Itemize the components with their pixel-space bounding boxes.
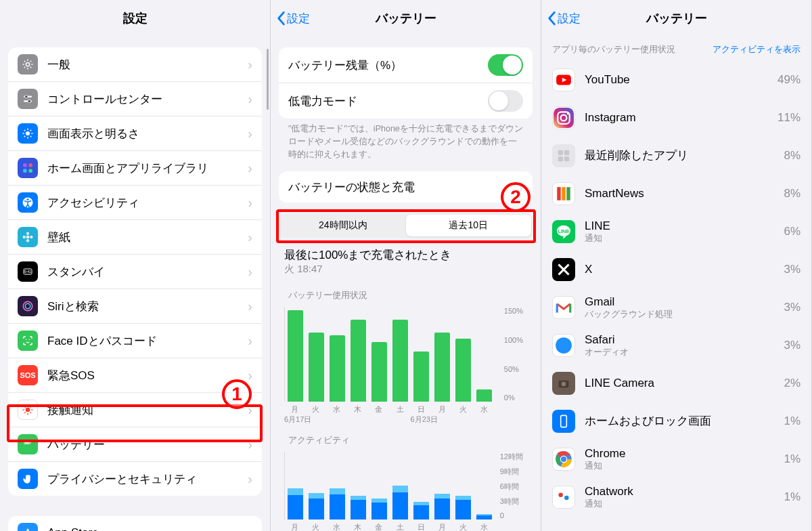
row-label: ホーム画面とアプリライブラリ [47, 161, 244, 176]
chart-bar [330, 488, 345, 519]
row-label: スタンバイ [47, 264, 244, 280]
svg-rect-25 [25, 442, 30, 444]
app-icon [552, 68, 575, 91]
settings-row-hand[interactable]: プライバシーとセキュリティ› [8, 462, 262, 496]
annotation-badge-2: 2 [501, 182, 531, 212]
svg-text:LINE: LINE [558, 228, 569, 234]
chevron-right-icon: › [248, 126, 252, 142]
toggle-row: 低電力モード [279, 83, 533, 119]
chevron-right-icon: › [248, 91, 252, 107]
settings-row-faceid[interactable]: Face IDとパスコード› [8, 324, 262, 358]
chart-bar [476, 514, 492, 519]
settings-row-standby[interactable]: 9:41スタンバイ› [8, 255, 262, 289]
annotation-badge-1: 1 [222, 379, 252, 409]
app-row[interactable]: ホームおよびロック画面1% [541, 402, 811, 440]
chart-bar [371, 342, 387, 402]
app-row[interactable]: LINELINE通知6% [541, 213, 811, 251]
usage-chart-title: バッテリー使用状況 [271, 280, 541, 304]
settings-row-accessibility[interactable]: アクセシビリティ› [8, 186, 262, 220]
settings-row-battery[interactable]: バッテリー› [8, 427, 262, 462]
flower-icon [18, 227, 38, 247]
svg-rect-36 [564, 156, 569, 161]
chart-bar [413, 502, 429, 520]
app-percent: 11% [777, 111, 800, 125]
app-row[interactable]: Instagram11% [541, 99, 811, 137]
hand-icon [18, 469, 38, 489]
row-label: App Store [47, 526, 244, 531]
app-name-block: LINE Camera [585, 377, 784, 390]
app-row[interactable]: X3% [541, 251, 811, 289]
svg-rect-35 [558, 156, 563, 161]
svg-point-11 [27, 198, 29, 200]
svg-point-4 [28, 100, 31, 103]
usage-header: アプリ毎のバッテリー使用状況 アクティビティを表示 [541, 37, 811, 61]
app-row[interactable]: Safariオーディオ3% [541, 326, 811, 364]
app-name-block: LINE通知 [585, 219, 784, 244]
svg-rect-38 [557, 187, 560, 200]
app-row[interactable]: Chrome通知1% [541, 440, 811, 478]
chevron-right-icon: › [248, 264, 252, 280]
chevron-right-icon: › [248, 333, 252, 349]
chevron-right-icon: › [248, 299, 252, 314]
svg-rect-29 [554, 108, 574, 128]
settings-row-grid[interactable]: ホーム画面とアプリライブラリ› [8, 151, 262, 186]
settings-row-siri[interactable]: Siriと検索› [8, 289, 262, 324]
svg-text:9:41: 9:41 [24, 270, 31, 274]
settings-row-appstore[interactable]: App Store› [8, 516, 262, 531]
toggle-switch[interactable] [488, 54, 523, 76]
app-row[interactable]: 最近削除したアプリ8% [541, 137, 811, 175]
app-percent: 8% [784, 187, 800, 200]
app-name-block: ホームおよびロック画面 [585, 415, 784, 428]
app-percent: 3% [784, 301, 800, 314]
show-activity-link[interactable]: アクティビティを表示 [713, 43, 800, 56]
activity-chart: 12時間9時間6時間3時間0 [284, 452, 495, 519]
svg-rect-57 [555, 488, 572, 506]
chevron-right-icon: › [248, 161, 252, 176]
row-label: バッテリー [47, 437, 244, 452]
svg-point-56 [561, 456, 566, 462]
app-name-block: X [585, 263, 784, 276]
app-row[interactable]: Chatwork通知1% [541, 478, 811, 516]
chart-bar [413, 352, 429, 402]
exposure-icon [18, 400, 38, 420]
seg-24h[interactable]: 24時間以内 [280, 215, 406, 236]
settings-row-sliders[interactable]: コントロールセンター› [8, 82, 262, 116]
svg-point-3 [25, 95, 28, 98]
settings-row-brightness[interactable]: 画面表示と明るさ› [8, 116, 262, 151]
settings-row-flower[interactable]: 壁紙› [8, 220, 262, 255]
battery-health-row[interactable]: バッテリーの状態と充電 › [279, 171, 533, 203]
row-label: 一般 [47, 57, 244, 72]
last-full-charge-time: 火 18:47 [271, 263, 541, 280]
settings-row-gear[interactable]: 一般› [8, 47, 262, 82]
app-row[interactable]: Gmailバックグラウンド処理3% [541, 289, 811, 326]
toggle-switch[interactable] [488, 90, 523, 112]
toggle-label: バッテリー残量（%） [288, 58, 488, 73]
chart-bar [392, 320, 408, 402]
back-button[interactable]: 設定 [276, 11, 310, 26]
battery-health-label: バッテリーの状態と充電 [288, 179, 514, 195]
battery-panel: 設定 バッテリー バッテリー残量（%）低電力モード "低電力モード"では、iPh… [271, 0, 541, 531]
row-label: Siriと検索 [47, 299, 244, 314]
chevron-right-icon: › [248, 368, 252, 383]
app-icon [552, 106, 575, 129]
app-row[interactable]: YouTube49% [541, 61, 811, 99]
app-row[interactable]: SmartNews8% [541, 175, 811, 213]
seg-10d[interactable]: 過去10日 [406, 215, 532, 236]
page-title: バッテリー [646, 10, 707, 26]
back-button[interactable]: 設定 [547, 11, 581, 26]
row-label: 緊急SOS [47, 368, 244, 383]
row-label: 壁紙 [47, 230, 244, 245]
app-row[interactable]: LINE Camera2% [541, 364, 811, 402]
chart-bar [351, 496, 366, 519]
chart-bar [309, 333, 324, 402]
chart-bar [309, 493, 324, 519]
chart-bar [476, 389, 492, 402]
chart-bar [434, 333, 450, 402]
scrollbar[interactable] [267, 49, 269, 110]
svg-point-20 [25, 303, 30, 309]
app-usage-list: YouTube49%Instagram11%最近削除したアプリ8%SmartNe… [541, 61, 811, 516]
chart-bar [371, 498, 387, 520]
chart-bar [392, 486, 408, 519]
last-full-charge-title: 最後に100%まで充電されたとき [271, 238, 541, 263]
standby-icon: 9:41 [18, 261, 38, 282]
